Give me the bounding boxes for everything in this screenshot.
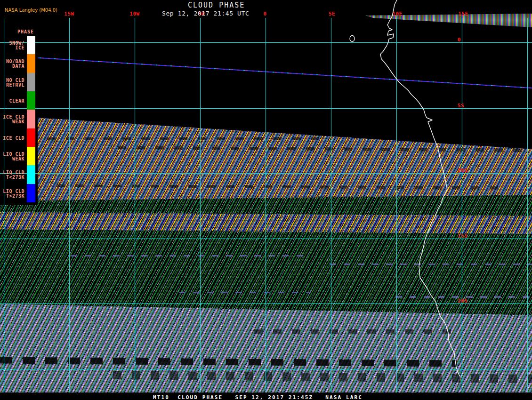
legend-swatch-nocld-retrvl (27, 73, 35, 91)
legend-label: LIQ CLDT<273K (0, 165, 24, 184)
legend-color-bar (27, 36, 35, 202)
page-title: CLOUD PHASE (188, 1, 245, 9)
legend-swatch-icecld (27, 128, 35, 147)
legend-swatch-liqcld-t273k (27, 184, 35, 202)
legend-swatch-clear (27, 91, 35, 110)
legend-swatch-snow-ice (27, 36, 35, 54)
legend-label: NO/BADDATA (0, 54, 24, 72)
status-bar: MT10 CLOUD PHASE SEP 12, 2017 21:45Z NAS… (0, 392, 532, 400)
legend-swatch-liqcld-weak (27, 147, 35, 165)
legend-title: PHASE (17, 29, 34, 34)
legend-label: SNOW/ICE (0, 36, 24, 54)
africa-coastline (380, 0, 460, 376)
legend-swatch-icecld-weak (27, 110, 35, 128)
legend-swatch-liqcld-t273k (27, 165, 35, 184)
source-label: NASA Langley (M04.0) (5, 8, 57, 13)
legend-label: ICE CLDWEAK (0, 110, 24, 128)
image-datetime: Sep 12, 2017 21:45 UTC (162, 10, 249, 17)
legend-label: CLEAR (0, 91, 24, 110)
legend-label: ICE CLD (0, 128, 24, 147)
legend-swatch-nobad-data (27, 54, 35, 72)
legend-label: LIQ CLDWEAK (0, 147, 24, 165)
coastline-map (0, 0, 532, 400)
legend-label: LIQ CLDT>273K (0, 184, 24, 202)
cloud-phase-satellite-image: 15W10W5W05E10E15E05S10S15S20S PHASE SNOW… (0, 0, 532, 400)
legend-label: NO CLDRETRVL (0, 73, 24, 91)
status-bar-text: MT10 CLOUD PHASE SEP 12, 2017 21:45Z NAS… (153, 394, 363, 400)
island-outline (350, 36, 355, 42)
